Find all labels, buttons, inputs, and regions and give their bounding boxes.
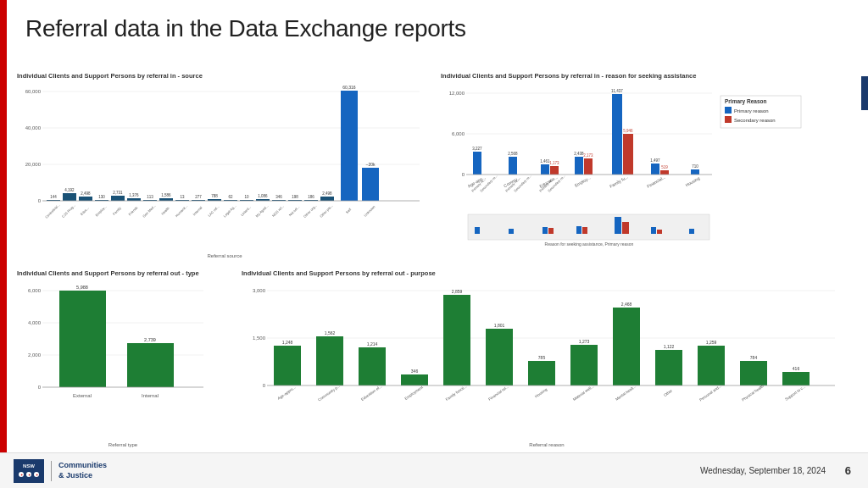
chart-bl-title: Individual Clients and Support Persons b…: [17, 269, 229, 277]
svg-text:Health: Health: [160, 206, 170, 216]
svg-rect-71: [725, 107, 732, 114]
svg-text:Legal Ag...: Legal Ag...: [222, 203, 236, 218]
svg-text:Internal: Internal: [192, 205, 203, 216]
svg-text:3,000: 3,000: [253, 288, 266, 293]
svg-rect-175: [782, 372, 810, 385]
chart-referral-in-source: Individual Clients and Support Persons b…: [17, 72, 432, 258]
svg-text:6,000: 6,000: [28, 288, 42, 293]
svg-text:2,859: 2,859: [452, 289, 463, 294]
svg-text:1,173: 1,173: [549, 161, 559, 165]
footer-org-line1: Communities: [58, 461, 107, 471]
svg-text:Centrelink/...: Centrelink/...: [44, 202, 60, 219]
svg-text:13: 13: [180, 195, 185, 199]
svg-text:198: 198: [292, 195, 298, 199]
footer-date: Wednesday, September 18, 2024: [700, 466, 826, 475]
svg-text:10: 10: [244, 195, 249, 199]
svg-rect-118: [475, 227, 480, 234]
svg-text:Support to c...: Support to c...: [784, 385, 806, 402]
svg-rect-165: [570, 345, 598, 385]
chart-tl-title: Individual Clients and Support Persons b…: [17, 72, 432, 80]
svg-text:1,259: 1,259: [706, 340, 717, 345]
svg-rect-124: [615, 217, 621, 234]
svg-text:Other: Other: [663, 388, 673, 397]
svg-rect-159: [443, 295, 470, 385]
footer-page: 6: [845, 464, 851, 477]
chart-tr-title: Individual Clients and Support Persons b…: [441, 72, 856, 80]
svg-text:11,437: 11,437: [611, 89, 623, 93]
chart-br-x-label: Referral reason: [242, 442, 852, 447]
svg-text:12,000: 12,000: [449, 91, 465, 96]
svg-rect-95: [623, 134, 633, 175]
svg-text:6,000: 6,000: [452, 131, 465, 136]
svg-rect-126: [651, 227, 656, 234]
chart-bl-svg: 6,000 4,000 2,000 0 5,988 2,739 External…: [17, 280, 220, 437]
svg-text:Secondary reason: Secondary reason: [734, 118, 776, 123]
svg-rect-163: [528, 361, 555, 385]
svg-rect-122: [576, 226, 581, 234]
svg-text:0: 0: [38, 385, 42, 390]
svg-text:0: 0: [263, 383, 266, 388]
svg-rect-121: [548, 228, 554, 234]
svg-text:4,192: 4,192: [64, 188, 75, 192]
footer-logo: NSW ✦ ✦ ✦: [14, 459, 44, 483]
svg-text:Physical health: Physical health: [741, 384, 765, 402]
svg-text:Humanit...: Humanit...: [175, 204, 188, 218]
svg-text:Internal: Internal: [142, 393, 159, 398]
svg-rect-169: [655, 350, 682, 385]
svg-rect-62: [341, 91, 358, 201]
svg-text:Family functi...: Family functi...: [445, 384, 468, 402]
svg-text:785: 785: [538, 355, 546, 360]
footer-org-line2: & Justice: [58, 471, 107, 481]
svg-text:NSW: NSW: [23, 463, 35, 469]
svg-rect-59: [320, 197, 334, 201]
chart-referral-out-type: Individual Clients and Support Persons b…: [17, 269, 229, 447]
svg-rect-29: [159, 198, 173, 201]
svg-text:Financial...: Financial...: [646, 175, 666, 189]
svg-text:60,000: 60,000: [25, 89, 42, 94]
svg-text:1,086: 1,086: [258, 194, 268, 198]
svg-text:Other org...: Other org...: [303, 203, 318, 219]
svg-rect-97: [651, 164, 659, 175]
svg-text:Age-appro...: Age-appro...: [277, 385, 297, 401]
svg-rect-11: [63, 193, 76, 201]
svg-text:710: 710: [692, 164, 698, 169]
svg-rect-153: [316, 336, 343, 385]
svg-rect-83: [509, 157, 517, 175]
svg-text:346: 346: [275, 195, 282, 199]
svg-text:1,273: 1,273: [579, 339, 590, 344]
svg-text:Family: Family: [112, 206, 122, 216]
svg-text:1,376: 1,376: [129, 193, 139, 197]
svg-text:5,988: 5,988: [76, 285, 88, 290]
svg-text:Educ...: Educ...: [80, 206, 90, 216]
svg-text:1,497: 1,497: [650, 158, 660, 163]
svg-text:Primary Reason: Primary Reason: [725, 98, 767, 105]
svg-text:External: External: [73, 393, 92, 398]
chart-referral-out-purpose: Individual Clients and Support Persons b…: [242, 269, 852, 447]
svg-text:1,122: 1,122: [664, 344, 675, 349]
svg-rect-151: [274, 346, 301, 385]
nsw-logo-svg: NSW ✦ ✦ ✦: [14, 459, 44, 483]
svg-text:Unknown: Unknown: [363, 204, 376, 217]
svg-text:4,000: 4,000: [28, 320, 42, 325]
svg-text:0: 0: [462, 172, 465, 177]
svg-text:Family fu...: Family fu...: [609, 175, 629, 189]
svg-rect-20: [111, 196, 125, 201]
svg-rect-23: [127, 198, 141, 201]
svg-text:Financial rel...: Financial rel...: [487, 385, 509, 402]
svg-text:1,214: 1,214: [367, 341, 378, 347]
svg-rect-101: [691, 169, 699, 175]
svg-text:519: 519: [661, 165, 668, 169]
svg-text:113: 113: [147, 195, 153, 199]
svg-text:1,801: 1,801: [494, 323, 505, 328]
svg-text:CJS Prog...: CJS Prog...: [61, 203, 76, 219]
svg-text:788: 788: [211, 194, 218, 198]
svg-text:62: 62: [228, 195, 233, 199]
footer-org-text: Communities & Justice: [58, 461, 107, 480]
svg-rect-140: [127, 343, 174, 387]
svg-text:2,498: 2,498: [81, 191, 91, 196]
svg-text:Primary reason: Primary reason: [734, 108, 769, 114]
svg-rect-65: [362, 168, 379, 201]
svg-text:277: 277: [195, 195, 202, 199]
page-title: Referral data in the Data Exchange repor…: [25, 15, 466, 42]
chart-tl-x-label: Referral source: [17, 253, 432, 258]
